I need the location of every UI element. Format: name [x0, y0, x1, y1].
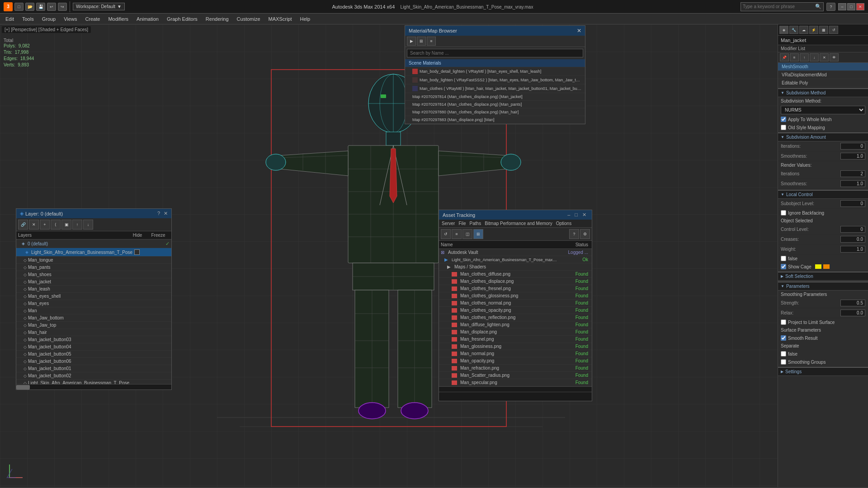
at-tool-4[interactable]: ⊞: [473, 229, 483, 239]
layer-row-13[interactable]: ◇ Man_jacket_button03: [16, 336, 171, 343]
mb-tool-3[interactable]: ≡: [427, 37, 436, 46]
layer-row-9[interactable]: ◇ Man: [16, 307, 171, 314]
parameters-header[interactable]: ▼ Parameters: [778, 282, 868, 291]
at-row-t9[interactable]: Man_fresnel.png Found: [439, 336, 592, 343]
at-row-t13[interactable]: Man_refraction.png Found: [439, 365, 592, 372]
lp-tool-delete[interactable]: ✕: [29, 220, 39, 230]
layer-row-4[interactable]: ◇ Man_shoes: [16, 271, 171, 278]
mat-item-4[interactable]: Map #2070297814 (Man_clothes_displace.pn…: [405, 101, 585, 108]
layer-help-btn[interactable]: ?: [157, 211, 160, 216]
at-close-btn[interactable]: ✕: [580, 212, 588, 218]
layer-row-0[interactable]: ◈ 0 (default) ✓: [16, 239, 171, 248]
layer-row-5[interactable]: ◇ Man_jacket: [16, 278, 171, 286]
lp-tool-up[interactable]: ↑: [72, 220, 82, 230]
subdivision-method-header[interactable]: ▼ Subdivision Method: [778, 89, 868, 97]
at-tool-3[interactable]: ◫: [462, 229, 472, 239]
mat-item-3[interactable]: Map #2070297814 (Man_clothes_displace.pn…: [405, 93, 585, 101]
mp-up-btn[interactable]: ↑: [800, 53, 809, 61]
at-help-btn[interactable]: ?: [569, 229, 579, 239]
subdivision-amount-header[interactable]: ▼ Subdivision Amount: [778, 133, 868, 141]
mp-list-btn[interactable]: ≡: [790, 53, 799, 61]
par-sg-cb[interactable]: [781, 359, 786, 365]
layer-row-17[interactable]: ◇ Man_jacket_button01: [16, 365, 171, 372]
mp-icon-2[interactable]: 🔧: [789, 26, 798, 34]
mp-icon-5[interactable]: ▦: [819, 26, 828, 34]
at-tool-2[interactable]: ≡: [452, 229, 462, 239]
settings-header[interactable]: ▶ Settings: [778, 368, 868, 376]
mp-down-btn[interactable]: ↓: [810, 53, 819, 61]
at-row-t3[interactable]: Man_clothes_glossiness.png Found: [439, 292, 592, 300]
modifier-item-2[interactable]: Editable Poly: [778, 79, 868, 87]
lc-ctrl-input[interactable]: [840, 226, 865, 233]
menu-modifiers[interactable]: Modifiers: [104, 15, 132, 23]
at-row-t8[interactable]: Man_displace.png Found: [439, 328, 592, 336]
mp-icon-4[interactable]: ⚡: [809, 26, 818, 34]
menu-rendering[interactable]: Rendering: [202, 15, 232, 23]
sa-iter-input[interactable]: [840, 143, 865, 150]
maximize-btn[interactable]: □: [847, 3, 855, 10]
at-row-file[interactable]: ▶ Light_Skin_Afro_American_Businessman_T…: [439, 256, 592, 263]
layer-scroll-thumb[interactable]: [16, 385, 30, 389]
at-row-t12[interactable]: Man_opacity.png Found: [439, 357, 592, 365]
par-relax-input[interactable]: [840, 310, 865, 316]
mb-tool-1[interactable]: ▶: [407, 37, 416, 46]
workspace-selector[interactable]: Workspace: Default ▼: [73, 3, 125, 10]
material-search-input[interactable]: [407, 49, 583, 57]
layer-row-14[interactable]: ◇ Man_jacket_button04: [16, 343, 171, 351]
mp-show-btn[interactable]: 👁: [830, 53, 839, 61]
at-row-t5[interactable]: Man_clothes_opacity.png Found: [439, 307, 592, 314]
lc-weight-input[interactable]: [840, 246, 865, 253]
layer-row-15[interactable]: ◇ Man_jacket_button05: [16, 351, 171, 358]
search-input[interactable]: [743, 4, 815, 9]
mat-item-1[interactable]: Man_body_lighten ( VRayFastSSS2 ) [Man, …: [405, 76, 585, 84]
mp-icon-1[interactable]: ◈: [779, 26, 788, 34]
par-project-cb[interactable]: [781, 319, 786, 325]
layer-row-16[interactable]: ◇ Man_jacket_button06: [16, 358, 171, 365]
at-scrollbar-h[interactable]: [439, 386, 592, 392]
sm-apply-whole-mesh-cb[interactable]: [781, 117, 786, 122]
open-file-btn[interactable]: 📂: [25, 3, 34, 11]
menu-graph-editors[interactable]: Graph Editors: [163, 15, 201, 23]
at-row-t11[interactable]: Man_normal.png Found: [439, 350, 592, 357]
menu-animation[interactable]: Animation: [133, 15, 162, 23]
mb-tool-2[interactable]: ⊞: [417, 37, 426, 46]
layer-row-19[interactable]: ◇ Light_Skin_Afro_American_Businessman_T…: [16, 380, 171, 384]
lc-isoline-cb[interactable]: [781, 256, 786, 261]
soft-selection-header[interactable]: ▶ Soft Selection: [778, 272, 868, 281]
at-row-t2[interactable]: Man_clothes_fresnel.png Found: [439, 285, 592, 292]
lp-tool-merge[interactable]: ⟨: [51, 220, 61, 230]
at-maximize-btn[interactable]: □: [573, 212, 580, 218]
at-row-t1[interactable]: Man_clothes_displace.png Found: [439, 278, 592, 285]
at-menu-options[interactable]: Options: [556, 221, 571, 226]
at-row-t0[interactable]: Man_clothes_diffuse.png Found: [439, 271, 592, 278]
redo-btn[interactable]: ↪: [58, 3, 67, 11]
layer-row-6[interactable]: ◇ Man_leash: [16, 286, 171, 293]
menu-maxscript[interactable]: MAXScript: [265, 15, 296, 23]
at-settings-btn[interactable]: ⚙: [580, 229, 590, 239]
object-name-field[interactable]: [778, 36, 868, 45]
at-menu-file[interactable]: File: [458, 221, 466, 226]
lp-tool-down[interactable]: ↓: [83, 220, 93, 230]
layer-row-18[interactable]: ◇ Man_jacket_button02: [16, 372, 171, 380]
lc-creases-input[interactable]: [840, 236, 865, 243]
lp-tool-sel[interactable]: ▣: [61, 220, 71, 230]
par-materials-cb[interactable]: [781, 351, 786, 357]
layer-row-11[interactable]: ◇ Man_Jaw_top: [16, 322, 171, 329]
minimize-btn[interactable]: –: [838, 3, 846, 10]
lc-subobj-input[interactable]: [840, 200, 865, 207]
sa-smooth-input[interactable]: [840, 153, 865, 160]
mp-delete-btn[interactable]: ✕: [820, 53, 829, 61]
at-minimize-btn[interactable]: –: [566, 212, 572, 218]
layer-close-btn[interactable]: ✕: [164, 211, 168, 216]
mat-item-2[interactable]: Man_clothes ( VRayMtl ) [Man_hair, Man_j…: [405, 84, 585, 93]
undo-btn[interactable]: ↩: [47, 3, 56, 11]
at-row-t15[interactable]: Man_specular.png Found: [439, 379, 592, 386]
lc-showcage-cb[interactable]: [781, 264, 786, 269]
at-row-t7[interactable]: Man_diffuse_lighten.png Found: [439, 321, 592, 328]
search-bar[interactable]: 🔍: [741, 2, 824, 11]
at-menu-server[interactable]: Server: [442, 221, 455, 226]
at-row-t4[interactable]: Man_clothes_normal.png Found: [439, 300, 592, 307]
sa-render-iter-input[interactable]: [840, 170, 865, 177]
menu-group[interactable]: Group: [38, 15, 60, 23]
sm-old-style-cb[interactable]: [781, 125, 786, 130]
